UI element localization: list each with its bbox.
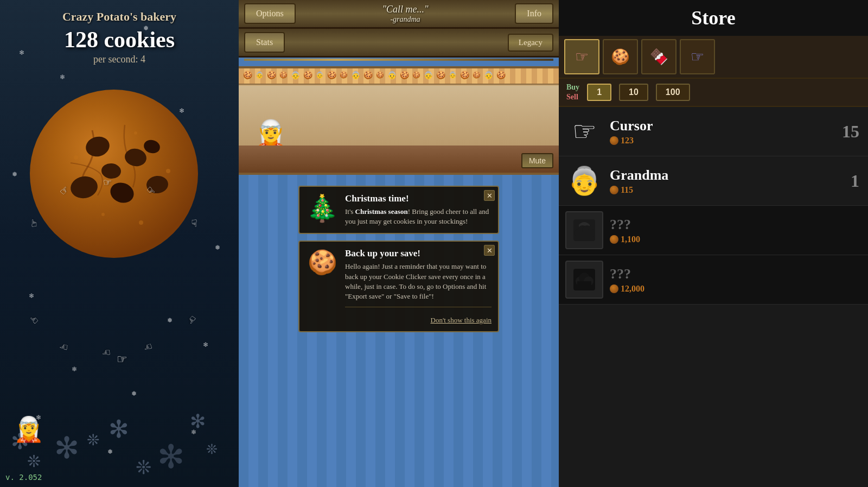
grandma-cost-value: 115 — [621, 185, 633, 195]
backup-notification-title: Back up your save! — [345, 248, 492, 259]
store-title: Store — [570, 7, 857, 29]
locked-item-2-icon — [565, 261, 603, 299]
christmas-notification-title: Christmas time! — [345, 193, 492, 204]
cursor-ring: ☞ ☞ ☞ ☞ ☞ ☞ ☞ ☞ ☞ ☞ ☞ — [27, 174, 212, 358]
qty-100-button[interactable]: 100 — [656, 84, 690, 101]
svg-point-9 — [134, 131, 137, 135]
cursor-item-name: Cursor — [610, 118, 861, 134]
grandma-quote: "Call me..." -grandma — [300, 4, 511, 24]
bakery-title: Crazy Potato's bakery — [0, 0, 239, 24]
locked-2-cost-icon — [610, 284, 618, 293]
cursor-cost-icon — [610, 136, 618, 145]
svg-point-10 — [166, 169, 170, 173]
info-button[interactable]: Info — [515, 3, 553, 24]
locked-item-1-info: ??? 1,100 — [610, 217, 861, 244]
mute-button[interactable]: Mute — [521, 153, 553, 168]
grandma-item-cost: 115 — [610, 185, 861, 195]
locked-1-cost-icon — [610, 235, 618, 244]
cursor-item-cost: 123 — [610, 136, 861, 146]
svg-rect-24 — [577, 281, 591, 289]
grandma-item-icon: 👵 — [565, 162, 603, 200]
buy-sell-row: Buy Sell 1 10 100 — [559, 79, 868, 107]
cursor-item-info: Cursor 123 — [610, 118, 861, 146]
locked-item-2-info: ??? 12,000 — [610, 266, 861, 294]
grandma-item-name: Grandma — [610, 167, 861, 184]
store-items-list: ☞ Cursor 123 15 👵 Grandma 115 1 — [559, 107, 868, 487]
item-icons-row: ☞ 🍪 🍫 ☞ — [559, 36, 868, 79]
conveyor-strip: 🍪 👵 🍪 🍪 👵 🍪 👵 🍪 🍪 👵 🍪 🍪 👵 🍪 🍪 👵 🍪 👵 🍪 — [239, 68, 559, 85]
store-header: Store — [559, 0, 868, 36]
chocolate-icon-box[interactable]: 🍫 — [641, 39, 676, 74]
legacy-progress-bar — [244, 59, 553, 61]
dont-show-link[interactable]: Don't show this again — [431, 316, 492, 325]
buy-sell-labels: Buy Sell — [566, 83, 579, 102]
svg-point-8 — [74, 155, 78, 160]
scene-floor — [239, 146, 559, 173]
christmas-notification-icon: 🎄 — [306, 193, 339, 226]
christmas-notification-body: It's Christmas season! Bring good cheer … — [345, 207, 492, 226]
locked-item-2[interactable]: ??? 12,000 — [559, 255, 868, 305]
blue-cursor-icon-box[interactable]: ☞ — [680, 39, 715, 74]
backup-notification-body: Hello again! Just a reminder that you ma… — [345, 262, 492, 301]
buy-label: Buy — [566, 83, 579, 92]
christmas-notification-content: Christmas time! It's Christmas season! B… — [345, 193, 492, 226]
top-nav-bar: Options "Call me..." -grandma Info — [239, 0, 559, 29]
stats-button[interactable]: Stats — [244, 32, 285, 53]
backup-notification-icon: 🍪 — [306, 248, 339, 281]
cookie-container[interactable]: ☞ ☞ ☞ ☞ ☞ ☞ ☞ ☞ ☞ ☞ ☞ — [27, 87, 212, 271]
cookie-count: 128 cookies — [0, 27, 239, 53]
backup-notification-close[interactable]: ✕ — [484, 245, 495, 256]
svg-rect-19 — [576, 233, 592, 241]
sell-label: Sell — [566, 93, 579, 102]
version-text: v. 2.052 — [5, 473, 42, 482]
per-second: per second: 4 — [0, 54, 239, 65]
backup-notification-footer: Don't show this again — [345, 307, 492, 325]
christmas-notification: 🎄 Christmas time! It's Christmas season!… — [298, 186, 499, 234]
cursor-cost-value: 123 — [621, 136, 634, 146]
qty-1-button[interactable]: 1 — [587, 84, 611, 101]
locked-item-1-name: ??? — [610, 217, 861, 233]
cursor-item-count: 15 — [842, 122, 859, 142]
locked-item-2-name: ??? — [610, 266, 861, 282]
qty-10-button[interactable]: 10 — [619, 84, 648, 101]
grandma-item-count: 1 — [851, 171, 859, 191]
game-scene: 🍪 👵 🍪 🍪 👵 🍪 👵 🍪 🍪 👵 🍪 🍪 👵 🍪 🍪 👵 🍪 👵 🍪 — [239, 66, 559, 175]
locked-item-1-icon — [565, 211, 603, 249]
locked-item-1[interactable]: ??? 1,100 — [559, 206, 868, 255]
cookie-icon-box[interactable]: 🍪 — [603, 39, 638, 74]
middle-panel: Options "Call me..." -grandma Info Stats… — [239, 0, 559, 487]
blue-content-area: 🎄 Christmas time! It's Christmas season!… — [239, 175, 559, 487]
grandma-cost-icon — [610, 186, 618, 194]
cursor-icon-box[interactable]: ☞ — [564, 39, 599, 74]
scene-background: 🧝 — [239, 86, 559, 150]
christmas-notification-close[interactable]: ✕ — [484, 190, 495, 201]
cursor-item-icon: ☞ — [565, 112, 603, 150]
grandma-store-item[interactable]: 👵 Grandma 115 1 — [559, 156, 868, 206]
backup-notification: 🍪 Back up your save! Hello again! Just a… — [298, 241, 499, 332]
grandma-item-info: Grandma 115 — [610, 167, 861, 195]
left-panel: ❄ ❄ ❅ ❄ ❅ ❄ ❅ ❄ ❅ ❄ ❄ ❅ ❄ ❅ ✻ ✻ ✻ ✻ ✻ ❊ … — [0, 0, 239, 487]
backup-notification-content: Back up your save! Hello again! Just a r… — [345, 248, 492, 325]
cursor-store-item[interactable]: ☞ Cursor 123 15 — [559, 107, 868, 156]
elf-character: 🧝 — [14, 415, 44, 444]
store-panel: Store ☞ 🍪 🍫 ☞ Buy Sell 1 10 100 ☞ Cursor… — [559, 0, 868, 487]
legacy-button[interactable]: Legacy — [508, 34, 553, 52]
locked-1-cost-value: 1,100 — [621, 235, 640, 244]
notification-area: 🎄 Christmas time! It's Christmas season!… — [298, 186, 499, 332]
second-nav-bar: Stats Legacy — [239, 29, 559, 58]
locked-2-cost-value: 12,000 — [621, 284, 644, 294]
locked-item-1-cost: 1,100 — [610, 235, 861, 244]
locked-item-2-cost: 12,000 — [610, 284, 861, 294]
options-button[interactable]: Options — [244, 3, 296, 24]
